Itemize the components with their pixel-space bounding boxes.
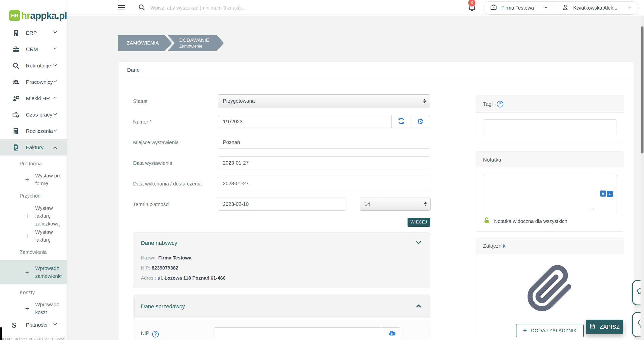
refresh-number-button[interactable] — [392, 115, 411, 128]
sidebar-item-rekrutacje[interactable]: Rekrutacje — [0, 57, 67, 74]
note-textarea[interactable] — [483, 175, 596, 213]
sidebar-item-miekki-hr[interactable]: Miękki HR — [0, 90, 67, 106]
sidebar-item-label: Pracownicy — [26, 79, 53, 85]
notification-count-badge: 3 — [468, 0, 475, 7]
chevron-down-icon[interactable] — [415, 239, 422, 247]
paperclip-icon — [526, 265, 574, 314]
buyer-address-row: Adres :ul. Łozowa 118 Poznań 61-466 — [141, 275, 422, 281]
resize-handle[interactable] — [590, 207, 594, 212]
fetch-gus-data-button[interactable] — [382, 327, 401, 340]
note-panel: Notatka Notatka widoczna dla wszystkich — [476, 152, 624, 232]
chevron-up-icon — [53, 144, 58, 150]
sidebar-item-pracownicy[interactable]: Pracownicy — [0, 74, 67, 90]
status-select[interactable]: Przygotowana — [218, 94, 430, 107]
unlock-icon — [483, 217, 491, 226]
chevron-down-icon — [544, 5, 548, 11]
refresh-icon — [397, 117, 405, 126]
plus-icon — [25, 232, 35, 240]
sidebar-item-label: Rekrutacje — [26, 63, 51, 69]
notifications-button[interactable]: 3 — [468, 3, 476, 13]
search-icon — [138, 4, 145, 12]
chevron-down-icon — [53, 30, 58, 36]
sidebar-item-wprowadz-zamowienie[interactable]: Wprowadź zamówienie — [0, 260, 67, 284]
sidebar-item-crm[interactable]: CRM — [0, 41, 67, 57]
number-settings-button[interactable]: ⚙ — [411, 115, 430, 128]
chevron-down-icon — [53, 46, 58, 52]
person-icon — [561, 4, 569, 12]
chevron-up-icon[interactable] — [415, 303, 422, 311]
chevron-down-icon — [53, 79, 58, 85]
sidebar-item-wystaw-pro-forme[interactable]: Wystaw pro formę — [0, 172, 67, 188]
note-panel-title: Notatka — [483, 157, 501, 163]
sidebar-group-przychod: Przychód — [0, 188, 67, 204]
company-selector[interactable]: Firma Testowa — [483, 2, 555, 14]
note-visibility-label: Notatka widoczna dla wszystkich — [494, 218, 567, 224]
sidebar-item-faktury[interactable]: Faktury — [0, 139, 67, 156]
global-search-input[interactable] — [150, 5, 468, 11]
form-right-column: Tagi Notatka — [476, 94, 624, 340]
numer-input[interactable] — [218, 115, 392, 128]
data-wystawienia-label: Data wystawienia — [133, 156, 218, 169]
status-label: Status — [133, 94, 218, 107]
breadcrumb-step-dodawanie[interactable]: DODAWANIE Zamówienie — [168, 35, 224, 51]
add-attachment-button[interactable]: DODAJ ZAŁĄCZNIK — [516, 324, 583, 337]
more-button[interactable]: WIĘCEJ — [408, 218, 430, 227]
sidebar-group-zamowienia: Zamówienia — [0, 244, 67, 260]
buyer-nip-row: NIP:8239079382 — [141, 265, 422, 271]
data-wykonania-input[interactable] — [218, 177, 430, 190]
sidebar-item-platnosci[interactable]: $ Płatności — [0, 317, 67, 333]
main-content: ZAMÓWIENIA DODAWANIE Zamówienie Dane Sta… — [67, 16, 644, 340]
plus-icon — [523, 328, 527, 334]
order-form-card: Dane Status Przygotowana Numer * — [118, 62, 634, 340]
section-title: Dane — [118, 62, 634, 78]
screen-corner-artifact — [0, 327, 2, 340]
cloud-download-icon — [388, 329, 396, 339]
bell-icon — [468, 8, 476, 13]
miejsce-input[interactable] — [218, 136, 430, 149]
app-logo[interactable]: HR hrappka.pl — [0, 0, 67, 25]
buyer-name-row: Nazwa:Firma Testowa — [141, 255, 422, 261]
scrollbar-thumb[interactable] — [641, 26, 643, 154]
help-icon[interactable] — [152, 331, 159, 337]
scrollbar-track[interactable] — [640, 16, 644, 340]
tags-input[interactable] — [483, 119, 617, 134]
seller-panel: Dane sprzedawcy NIP — [133, 295, 430, 340]
chevron-down-icon — [627, 5, 632, 11]
invoice-icon — [12, 144, 20, 151]
attachments-panel-title: Załączniki — [483, 243, 506, 249]
translate-button[interactable] — [596, 175, 617, 213]
logo-badge-icon: HR — [9, 10, 20, 21]
menu-toggle-icon[interactable] — [118, 4, 125, 12]
save-button[interactable]: ZAPISZ — [586, 320, 623, 334]
sidebar-item-label: ERP — [26, 30, 37, 36]
tags-panel: Tagi — [476, 95, 624, 141]
logo-text: hrappka.pl — [21, 10, 67, 21]
context-switcher: Firma Testowa Kwiatkowska Alek... — [483, 1, 638, 15]
sidebar-item-wystaw-fakture[interactable]: Wystaw fakturę — [0, 228, 67, 244]
data-wystawienia-input[interactable] — [218, 156, 430, 169]
sidebar-group-pro-forma: Pro forma — [0, 156, 67, 172]
user-selector[interactable]: Kwiatkowska Alek... — [555, 2, 638, 14]
numer-label: Numer * — [133, 115, 218, 128]
seller-nip-label: NIP — [141, 330, 149, 336]
floppy-disk-icon — [589, 323, 596, 331]
select-arrows-icon — [424, 202, 427, 206]
sidebar-item-wystaw-fakture-zaliczkowa[interactable]: Wystaw fakturę zaliczkową — [0, 204, 67, 228]
termin-platnosci-input[interactable] — [218, 198, 346, 211]
chevron-down-icon — [53, 95, 58, 101]
tags-panel-title: Tagi — [483, 101, 493, 107]
chevron-down-icon — [53, 62, 58, 69]
sidebar-item-erp[interactable]: ERP — [0, 25, 67, 41]
sidebar-item-label: Czas pracy — [26, 112, 52, 118]
sidebar-item-czas-pracy[interactable]: Czas pracy — [0, 106, 67, 123]
form-left-column: Status Przygotowana Numer * — [133, 94, 430, 340]
note-visibility-row[interactable]: Notatka widoczna dla wszystkich — [483, 217, 617, 226]
sidebar-item-label: Faktury — [26, 144, 44, 150]
breadcrumb-step-zamowienia[interactable]: ZAMÓWIENIA — [118, 35, 172, 51]
help-icon[interactable] — [497, 101, 503, 107]
breadcrumb: ZAMÓWIENIA DODAWANIE Zamówienie — [118, 35, 224, 51]
sidebar-item-wprowadz-koszt[interactable]: Wprowadź koszt — [0, 300, 67, 317]
termin-days-select[interactable]: 14 — [360, 198, 431, 211]
sidebar-item-rozliczenia[interactable]: Rozliczenia — [0, 123, 67, 139]
seller-nip-input[interactable] — [214, 327, 382, 340]
